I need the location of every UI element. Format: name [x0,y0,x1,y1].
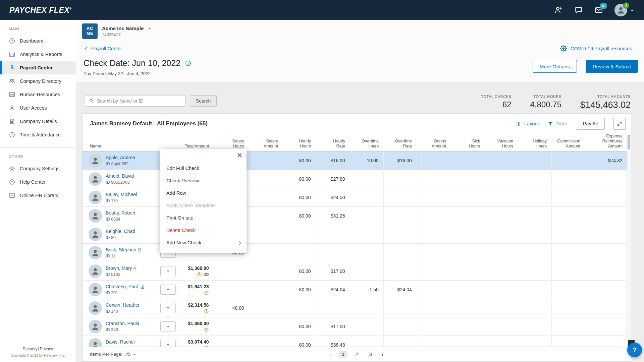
grid-cell[interactable] [350,244,383,262]
grid-cell[interactable] [485,281,518,299]
grid-cell[interactable]: 80.00 [283,281,316,299]
grid-cell[interactable] [551,170,585,188]
grid-cell[interactable]: $31.25 [316,207,350,225]
grid-cell[interactable] [283,244,316,262]
grid-cell[interactable] [417,207,451,225]
grid-cell[interactable]: $16.00 [316,152,350,170]
grid-cell[interactable]: 48.00 [214,299,249,317]
more-options-button[interactable]: More Options [533,60,577,73]
menu-item-edit-full-check[interactable]: Edit Full Check [160,162,247,175]
grid-cell[interactable] [417,336,451,347]
row-actions-dropdown[interactable] [160,285,176,295]
grid-cell[interactable] [451,317,485,336]
grid-cell[interactable] [417,152,451,170]
grid-cell[interactable] [383,336,417,347]
grid-cell[interactable] [214,317,249,336]
grid-cell[interactable] [383,262,417,281]
employee-name-link[interactable]: Apple, Andrea [106,155,135,160]
grid-cell[interactable]: $17.00 [316,262,350,281]
row-actions-dropdown[interactable] [160,321,176,331]
grid-cell[interactable] [249,225,283,244]
close-icon[interactable]: × [237,149,242,161]
employee-name-link[interactable]: Bock, Stephen R [106,247,141,252]
security-link[interactable]: Security [23,347,37,351]
menu-item-check-preview[interactable]: Check Preview [160,175,247,187]
menu-item-delete-check[interactable]: Delete Check [160,224,247,237]
grid-cell[interactable]: 10.00 [350,152,383,170]
page-button-3[interactable]: 3 [367,351,374,358]
grid-cell[interactable] [417,299,451,317]
grid-cell[interactable] [417,317,451,336]
grid-cell[interactable] [417,244,451,262]
grid-cell[interactable]: 80.00 [283,170,316,188]
grid-cell[interactable] [249,281,283,299]
grid-cell[interactable] [249,188,283,207]
page-button-2[interactable]: 2 [353,351,361,358]
mail-icon[interactable]: 10 [594,6,603,14]
grid-cell[interactable] [585,299,627,317]
employee-name-link[interactable]: Bailey, Michael [106,192,137,197]
grid-cell[interactable]: 80.00 [283,317,316,336]
table-row[interactable]: Corwin, HeatherID 140$2,314.5648.00 [83,299,627,317]
table-row[interactable]: Cranston, PaulaID 349$1,360.0080.00$17.0… [83,317,627,336]
grid-cell[interactable] [451,152,485,170]
grid-cell[interactable] [551,317,585,336]
grid-cell[interactable]: $74.32 [585,152,627,170]
grid-cell[interactable] [316,244,350,262]
grid-cell[interactable] [249,244,283,262]
grid-cell[interactable] [551,188,585,207]
row-actions-dropdown[interactable] [160,303,176,313]
items-per-page-dropdown[interactable]: 25 [125,352,137,357]
grid-cell[interactable] [350,225,383,244]
grid-cell[interactable] [350,262,383,281]
sidebar-item-time-attendance[interactable]: Time & Attendance [0,128,76,141]
grid-cell[interactable] [451,225,485,244]
grid-cell[interactable] [518,188,551,207]
grid-cell[interactable] [585,225,627,244]
grid-cell[interactable] [585,262,627,281]
grid-cell[interactable] [518,299,551,317]
grid-cell[interactable] [518,281,551,299]
sidebar-item-payroll-center[interactable]: $Payroll Center [0,61,76,74]
employee-name-link[interactable]: Beighle, Chad [106,229,135,234]
table-row[interactable]: Chasteen, PaulID 391$1,941.2380.00$24.04… [83,281,627,299]
grid-cell[interactable]: $27.89 [316,170,350,188]
search-button[interactable]: Search [190,95,217,107]
paychex-flex-logo[interactable]: PAYCHEXFLEX® [9,6,72,15]
grid-cell[interactable]: $24.04 [316,281,350,299]
grid-cell[interactable] [585,336,627,347]
profile-menu[interactable]: 2 [614,4,635,16]
grid-cell[interactable] [551,299,585,317]
grid-cell[interactable] [485,299,518,317]
table-row[interactable]: Brown, Mary KID 5102$1,360.00DD80.00$17.… [83,262,627,281]
grid-cell[interactable] [417,225,451,244]
grid-cell[interactable]: 1.50 [350,281,383,299]
grid-cell[interactable] [485,225,518,244]
grid-cell[interactable] [214,336,249,347]
grid-cell[interactable] [485,262,518,281]
employee-name-link[interactable]: Chasteen, Paul [106,284,145,289]
grid-cell[interactable] [585,281,627,299]
grid-cell[interactable] [518,262,551,281]
back-to-payroll-center-link[interactable]: Payroll Center [84,46,122,51]
grid-cell[interactable] [518,207,551,225]
grid-cell[interactable] [350,299,383,317]
grid-cell[interactable] [585,207,627,225]
grid-cell[interactable] [249,299,283,317]
grid-cell[interactable] [417,262,451,281]
layout-button[interactable]: Layout [516,121,539,127]
employee-name-link[interactable]: Cranston, Paula [106,321,139,326]
grid-cell[interactable] [249,170,283,188]
grid-cell[interactable] [350,336,383,347]
grid-cell[interactable] [485,152,518,170]
grid-cell[interactable] [249,317,283,336]
grid-cell[interactable] [585,170,627,188]
menu-item-add-new-check[interactable]: Add New Check [160,237,247,249]
grid-cell[interactable] [485,244,518,262]
grid-cell[interactable] [585,317,627,336]
grid-cell[interactable] [451,207,485,225]
add-user-icon[interactable] [554,6,563,14]
grid-cell[interactable] [316,225,350,244]
grid-cell[interactable]: $24.04 [383,281,417,299]
grid-cell[interactable] [383,299,417,317]
